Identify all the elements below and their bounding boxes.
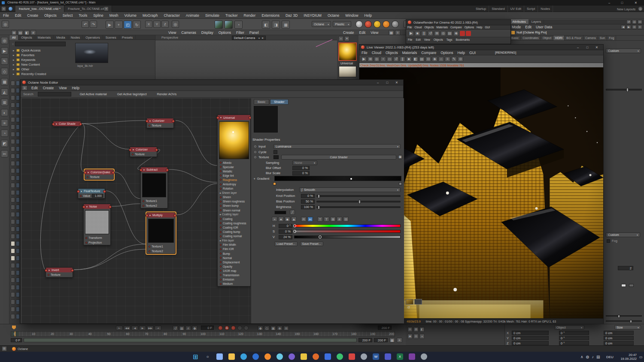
octane-toolbar-icon[interactable]: ⊞: [434, 31, 440, 36]
tool-icon[interactable]: ◔: [1, 130, 8, 137]
node-port-row[interactable]: Transform: [84, 235, 110, 240]
hdri-thumbnail[interactable]: [339, 66, 356, 77]
node-multiply[interactable]: ▼MultiplyTexture1Texture2: [146, 212, 176, 254]
shader-panel-tab[interactable]: Shader: [270, 99, 288, 105]
taskbar-app-icon[interactable]: [289, 353, 295, 360]
grid-icon[interactable]: ⊞: [2, 346, 7, 351]
position-field[interactable]: 0 cm: [512, 336, 549, 340]
taskbar-app-icon[interactable]: [228, 353, 235, 360]
material-options-icon[interactable]: ▾: [344, 36, 349, 41]
shader-panel-tab[interactable]: Basic: [254, 99, 269, 105]
node-port-row[interactable]: ▸ Coating layer: [218, 212, 250, 217]
object-row[interactable]: [9, 152, 20, 160]
menu-item[interactable]: Character: [161, 13, 182, 18]
node-port-row[interactable]: Emission: [218, 278, 250, 282]
live-viewer-toolbar-icon[interactable]: ⊡: [425, 57, 431, 62]
octane-toolbar-icon[interactable]: ◎: [440, 31, 446, 36]
node-port-row[interactable]: 1/IOR map: [218, 268, 250, 273]
viewport[interactable]: Perspective Default Camera ▾ ✕: [155, 35, 337, 79]
workplane-icon[interactable]: ▦: [282, 21, 290, 29]
keyframe-selection-button[interactable]: [237, 326, 242, 330]
layout-button[interactable]: UV Edit: [508, 6, 524, 12]
live-viewer-titlebar[interactable]: Live Viewer 2022.1-XB3-(R4) (253 days le…: [359, 45, 603, 50]
current-frame-marker[interactable]: [12, 326, 16, 329]
ne-close-button[interactable]: ✕: [392, 80, 401, 85]
ne-maximize-button[interactable]: □: [383, 80, 392, 85]
render-pv-button[interactable]: [225, 21, 233, 29]
hsv-slider[interactable]: [294, 235, 401, 238]
node-port-row[interactable]: Opacity: [218, 264, 250, 268]
live-viewer-menu-item[interactable]: Cloud: [370, 51, 383, 55]
taskbar-app-icon[interactable]: [337, 353, 343, 360]
bm-icon-2[interactable]: ▤: [413, 327, 419, 332]
octane-toolbar-icon[interactable]: ∥: [421, 31, 427, 36]
current-frame-field[interactable]: 0 F: [201, 326, 214, 330]
blur-scale-field[interactable]: 0 %: [292, 171, 310, 175]
timeline-hud-icon[interactable]: ◆: [192, 326, 197, 331]
browser-tab[interactable]: Nodes: [68, 35, 83, 40]
attributes-nav-icon[interactable]: ≡: [638, 25, 642, 29]
node-port-row[interactable]: Sheen: [218, 195, 250, 199]
language-indicator[interactable]: DEU: [606, 355, 614, 359]
custom-resolution-dropdown[interactable]: Custom▾: [606, 48, 641, 53]
octane-toolbar-icon[interactable]: ■: [415, 31, 420, 36]
tool-icon[interactable]: ◩: [1, 140, 8, 147]
object-row[interactable]: [9, 269, 20, 276]
attributes-nav-icon[interactable]: ▶: [626, 25, 631, 29]
node-port-row[interactable]: Metallic: [218, 169, 250, 173]
texture-shader-button[interactable]: Color Shader: [281, 155, 396, 160]
octane-om-menu-item[interactable]: Tags: [445, 38, 454, 41]
live-viewer-toolbar-icon[interactable]: ∥: [400, 57, 405, 62]
octane-om-menu-item[interactable]: Objects: [432, 38, 445, 41]
hsv-value-field[interactable]: 0 %: [279, 229, 292, 234]
notification-center-icon[interactable]: ▭: [639, 355, 643, 359]
size-field[interactable]: 0 cm: [604, 341, 634, 345]
live-viewer-toolbar-icon[interactable]: ↺: [393, 57, 399, 62]
side-value-field[interactable]: 2: [618, 266, 633, 270]
node-port-row[interactable]: Rotation: [218, 187, 250, 191]
menu-item[interactable]: Octane: [325, 13, 342, 18]
object-row[interactable]: [9, 109, 20, 116]
object-row[interactable]: [9, 276, 20, 284]
object-row[interactable]: [9, 181, 20, 189]
lv-close-button[interactable]: ✕: [592, 45, 601, 50]
bm-icon-3[interactable]: ◧: [419, 327, 425, 332]
position-field[interactable]: 0 cm: [512, 331, 549, 335]
menu-item[interactable]: Simulate: [202, 13, 222, 18]
bm-icon-6[interactable]: ≡: [419, 334, 425, 339]
browser-tab[interactable]: Media: [54, 35, 68, 40]
custom-dropdown-2[interactable]: Custom▾: [606, 232, 640, 237]
record-key-button[interactable]: [231, 326, 236, 330]
layout-menu-icon[interactable]: ◎: [638, 6, 643, 11]
object-row[interactable]: [9, 218, 20, 225]
color-mode-button[interactable]: H: [307, 217, 313, 222]
taskbar-app-icon[interactable]: [276, 353, 283, 360]
object-row[interactable]: [9, 123, 20, 130]
object-row[interactable]: [9, 174, 20, 181]
object-row[interactable]: [9, 225, 20, 232]
menu-item[interactable]: Objects: [41, 13, 60, 18]
tool-icon[interactable]: ✎: [1, 57, 8, 65]
live-viewer-menu-item[interactable]: Materials: [400, 51, 419, 55]
octane-om-menu-item[interactable]: File: [406, 38, 414, 41]
layout-button[interactable]: Nodes: [538, 6, 553, 12]
node-port-row[interactable]: Sheen bump: [218, 204, 250, 208]
browser-tab[interactable]: Materials: [35, 35, 54, 40]
expand-arrow-icon[interactable]: ▸: [13, 68, 15, 71]
layout-button[interactable]: Script: [524, 6, 538, 12]
interpolation-dropdown[interactable]: ∫Smooth ▾: [299, 187, 401, 192]
range-end-field[interactable]: 200 F: [358, 338, 372, 342]
material-menu-item[interactable]: View: [368, 30, 381, 35]
octane-red-badge[interactable]: [460, 31, 465, 36]
object-row[interactable]: [9, 284, 20, 291]
camera-dropdown-icon[interactable]: ▾: [258, 36, 260, 39]
node-port-row[interactable]: Texture: [130, 152, 157, 157]
hsv-slider[interactable]: [294, 224, 401, 227]
node-colorizer[interactable]: ▼ColorizerTexture: [146, 118, 174, 128]
lv-minimize-button[interactable]: –: [573, 45, 583, 50]
section-tab[interactable]: BG & Floor: [565, 36, 583, 40]
octanerender-titlebar[interactable]: OctaneRender For Cinema 4D 2022.1-XB3-(R…: [406, 20, 510, 25]
menu-item[interactable]: Tracker: [222, 13, 241, 18]
rotation-field[interactable]: 0 °: [559, 341, 589, 345]
taskbar-app-icon[interactable]: [252, 353, 259, 360]
